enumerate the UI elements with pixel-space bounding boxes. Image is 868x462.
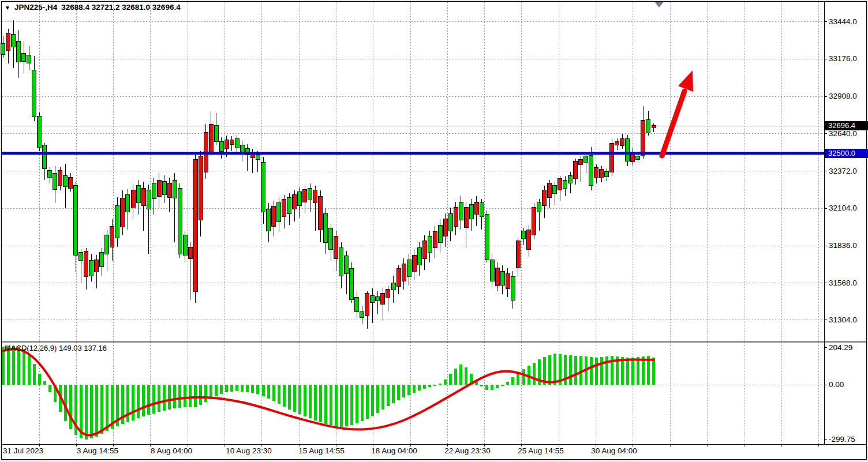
macd-histogram-bar bbox=[267, 385, 270, 399]
macd-histogram-bar bbox=[199, 385, 202, 405]
macd-histogram-bar bbox=[387, 385, 390, 406]
chart-window: ▼ JPN225-,H4 32688.4 32721.2 32681.0 326… bbox=[0, 0, 868, 462]
candle-body bbox=[522, 231, 526, 238]
candle-body bbox=[459, 202, 463, 220]
macd-histogram-bar bbox=[548, 355, 551, 385]
candle-body bbox=[376, 297, 380, 301]
macd-histogram-bar bbox=[501, 385, 504, 386]
price-axis-label: 32104.0 bbox=[829, 204, 857, 213]
candle-body bbox=[126, 195, 130, 212]
candle-body bbox=[79, 253, 83, 261]
time-axis-label: 15 Aug 14:55 bbox=[298, 446, 345, 455]
candle-body bbox=[48, 171, 52, 178]
candle-body bbox=[147, 190, 151, 209]
candle-body bbox=[43, 145, 47, 168]
candle-body bbox=[105, 235, 109, 254]
candle-body bbox=[188, 247, 192, 258]
macd-histogram-bar bbox=[491, 385, 493, 390]
candle-body bbox=[443, 219, 447, 236]
time-axis-label: 8 Aug 04:00 bbox=[151, 446, 192, 455]
price-axis-label: 32908.0 bbox=[829, 92, 857, 101]
macd-histogram-bar bbox=[392, 385, 395, 403]
candle-body bbox=[448, 213, 452, 231]
candle-body bbox=[193, 159, 197, 291]
macd-histogram-bar bbox=[48, 385, 51, 392]
macd-histogram-bar bbox=[69, 385, 72, 429]
macd-histogram-bar bbox=[511, 377, 514, 385]
macd-histogram-bar bbox=[626, 358, 629, 385]
macd-histogram-bar bbox=[194, 385, 197, 407]
price-axis-label: 31568.0 bbox=[829, 279, 857, 288]
candle-body bbox=[433, 232, 437, 248]
macd-histogram-bar bbox=[126, 385, 129, 422]
macd-histogram-bar bbox=[459, 365, 462, 385]
candle-body bbox=[584, 156, 588, 163]
candle-body bbox=[339, 248, 343, 276]
macd-histogram-bar bbox=[621, 357, 624, 385]
candle-body bbox=[381, 294, 385, 304]
time-axis-label: 25 Aug 14:55 bbox=[518, 446, 564, 455]
candle-body bbox=[308, 188, 312, 200]
macd-histogram-bar bbox=[251, 385, 254, 393]
candle-body bbox=[298, 192, 302, 205]
candle-body bbox=[417, 248, 421, 265]
candle-body bbox=[506, 274, 510, 288]
macd-histogram-bar bbox=[340, 385, 343, 427]
price-axis-label: 32372.0 bbox=[829, 167, 857, 176]
macd-histogram-bar bbox=[433, 385, 436, 386]
candle-body bbox=[17, 42, 21, 62]
macd-histogram-bar bbox=[106, 385, 108, 431]
candle-body bbox=[27, 55, 31, 63]
candle-body bbox=[136, 186, 140, 203]
macd-histogram-bar bbox=[423, 385, 426, 389]
macd-histogram-bar bbox=[413, 385, 416, 393]
candle-body bbox=[485, 214, 489, 260]
candle-body bbox=[95, 260, 99, 272]
macd-histogram-bar bbox=[449, 374, 452, 385]
macd-histogram-bar bbox=[600, 357, 603, 385]
candle-body bbox=[293, 195, 297, 209]
macd-histogram-bar bbox=[142, 385, 145, 416]
candle-body bbox=[563, 180, 567, 188]
macd-histogram-bar bbox=[402, 385, 405, 397]
candle-body bbox=[500, 271, 504, 286]
candle-body bbox=[626, 138, 630, 161]
macd-histogram-bar bbox=[163, 385, 166, 411]
candle-body bbox=[173, 180, 177, 198]
candle-body bbox=[454, 208, 458, 226]
candle-body bbox=[178, 188, 182, 254]
candle-body bbox=[53, 173, 57, 189]
macd-histogram-bar bbox=[33, 364, 36, 385]
candle-body bbox=[303, 189, 307, 202]
macd-histogram-bar bbox=[204, 385, 207, 402]
macd-histogram-bar bbox=[631, 358, 634, 385]
candle-body bbox=[641, 121, 645, 156]
candle-body bbox=[282, 200, 286, 217]
candle-body bbox=[100, 253, 104, 266]
candle-body bbox=[131, 190, 135, 208]
candle-body bbox=[89, 261, 93, 276]
candle-body bbox=[22, 53, 26, 61]
macd-histogram-bar bbox=[522, 369, 525, 385]
time-axis-label: 22 Aug 23:30 bbox=[444, 446, 491, 455]
candle-body bbox=[469, 205, 473, 219]
macd-histogram-bar bbox=[330, 385, 332, 425]
macd-histogram-bar bbox=[397, 385, 400, 400]
macd-histogram-bar bbox=[256, 385, 259, 394]
macd-histogram-bar bbox=[230, 385, 233, 392]
candle-body bbox=[84, 251, 88, 277]
candle-body bbox=[225, 140, 229, 149]
macd-histogram-bar bbox=[262, 385, 265, 396]
candle-body bbox=[32, 70, 36, 117]
macd-histogram-bar bbox=[407, 385, 410, 395]
ohlc-quote-label: 32688.4 32721.2 32681.0 32696.4 bbox=[61, 3, 180, 12]
candle-body bbox=[141, 188, 145, 205]
macd-histogram-bar bbox=[533, 363, 536, 385]
macd-histogram-bar bbox=[356, 385, 358, 423]
candle-body bbox=[480, 203, 484, 217]
candle-body bbox=[402, 264, 406, 281]
candle-body bbox=[12, 35, 16, 47]
chart-canvas[interactable] bbox=[0, 0, 868, 462]
macd-histogram-bar bbox=[517, 373, 519, 385]
macd-histogram-bar bbox=[184, 385, 186, 407]
